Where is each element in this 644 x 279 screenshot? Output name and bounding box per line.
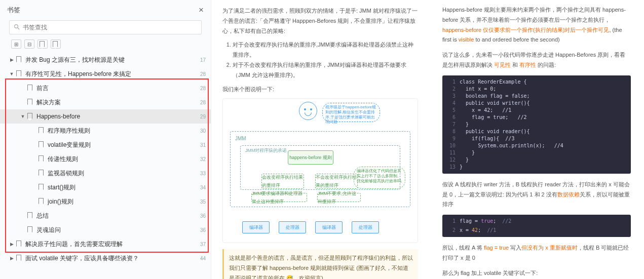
page-number: 37	[197, 242, 206, 247]
svg-point-0	[15, 24, 18, 28]
bookmark-row[interactable]: join()规则35	[0, 194, 211, 209]
bookmark-outline-icon[interactable]	[51, 39, 61, 49]
caption: 我们来个图说明一下:	[222, 85, 418, 95]
page-number: 28	[197, 71, 206, 77]
bookmark-icon	[39, 141, 45, 149]
bookmark-search[interactable]	[9, 20, 202, 34]
bookmark-row[interactable]: start()规则34	[0, 180, 211, 194]
article-column-right: Happens-before 规则主要用来约束两个操作，两个操作之间具有 hap…	[429, 0, 644, 279]
paragraph: 说了这么多，先来看一小段代码带你逐步走进 Happen-Befores 原则，看…	[442, 50, 631, 70]
bookmark-tree: ▶并发 Bug 之源有三，找对根源是关键17▼有序性可见性，Happens-be…	[0, 53, 211, 265]
caret-icon: ▶	[9, 242, 14, 247]
bookmark-label: 面试 volatile 关键字，应该具备哪些谈资？	[25, 254, 197, 263]
expand-all-icon[interactable]: ⊞	[11, 39, 21, 49]
page-number: 44	[197, 256, 206, 261]
bookmark-icon	[27, 113, 33, 121]
bookmark-title: 书签	[7, 6, 20, 15]
bookmark-filled-icon[interactable]	[37, 39, 48, 49]
bookmark-icon	[16, 70, 22, 78]
bookmark-row[interactable]: volatile变量规则31	[0, 138, 211, 152]
bookmark-icon	[39, 170, 45, 177]
close-icon[interactable]: ×	[199, 5, 204, 15]
bookmark-row[interactable]: ▶并发 Bug 之源有三，找对根源是关键17	[0, 53, 211, 67]
bookmark-toolbar: ⊞ ⊟	[0, 39, 211, 53]
bookmark-row[interactable]: ▼有序性可见性，Happens-before 来搞定28	[0, 67, 211, 81]
highlighted-text: 数据依赖	[557, 191, 580, 197]
paragraph: 所以，线程 A 将 flag = true 写入但没有为 x 重新赋值时，线程 …	[442, 243, 631, 263]
text: to and ordered before the second)	[474, 36, 559, 43]
highlighted-text: flag = true	[484, 245, 509, 251]
highlighted-text: 但没有为 x 重新赋值时	[521, 245, 578, 251]
list-item: 对于不会改变程序执行结果的重排序，JMM对编译器和处理器不做要求（JMM 允许这…	[233, 60, 418, 81]
bookmark-row[interactable]: 传递性规则32	[0, 152, 211, 166]
svg-line-1	[18, 28, 19, 29]
processor-box-1: 处理器	[279, 221, 306, 233]
search-icon	[14, 24, 20, 31]
bookmark-label: 总结	[36, 212, 197, 220]
bookmark-icon	[27, 212, 33, 220]
speech-cloud-programmer: 程序猿基于happen-before规则的理解,相信发生不会重排序,于是强烈要求…	[322, 103, 380, 122]
reorder-affect-box: 会改变程序执行结果的重排序	[261, 174, 304, 189]
processor-box-2: 处理器	[352, 221, 379, 233]
search-input[interactable]	[20, 24, 197, 31]
bookmark-label: 传递性规则	[48, 155, 197, 164]
bookmark-icon	[39, 184, 45, 191]
compiler-box-1: 编译器	[242, 221, 270, 233]
bookmark-label: 解决原子性问题，首先需要宏观理解	[25, 240, 197, 249]
jmm-inner-label: JMM对程序猿的承诺	[245, 146, 287, 154]
page-number: 30	[197, 128, 206, 134]
bookmark-row[interactable]: 总结36	[0, 209, 211, 223]
bookmark-label: 灵魂追问	[36, 226, 197, 234]
page-number: 36	[197, 227, 206, 233]
bookmark-row[interactable]: ▶解决原子性问题，首先需要宏观理解37	[0, 237, 211, 251]
bookmark-row[interactable]: ▶面试 volatile 关键字，应该具备哪些谈资？44	[0, 251, 211, 265]
bookmark-row[interactable]: 程序顺序性规则30	[0, 124, 211, 138]
bookmark-icon	[27, 85, 33, 92]
bookmark-label: 前言	[36, 84, 197, 93]
forbid-box: JMM要求编译器和处理器禁止这种重排序	[251, 193, 307, 202]
page-number: 35	[197, 199, 206, 205]
code-block-2: 1flag = true; //2 2x = 42; //1	[442, 215, 631, 237]
paragraph: 那么为 flag 加上 volatile 关键字试一下:	[442, 268, 631, 278]
collapse-all-icon[interactable]: ⊟	[24, 39, 34, 49]
allow-box: JMM不要求,允许这种重排序	[317, 193, 361, 202]
bookmark-icon	[39, 127, 45, 135]
bookmark-icon	[16, 241, 22, 248]
text: 所以，线程 A 将	[442, 245, 484, 251]
bookmark-label: 有序性可见性，Happens-before 来搞定	[25, 70, 197, 78]
bookmark-label: 并发 Bug 之源有三，找对根源是关键	[25, 56, 197, 64]
compiler-box-2: 编译器	[315, 221, 343, 233]
paragraph: 假设 A 线程执行 writer 方法，B 线程执行 reader 方法，打印出…	[442, 180, 631, 210]
bookmark-row[interactable]: ▼Happens-before29	[0, 109, 211, 124]
page-number: 17	[197, 57, 206, 63]
bookmark-row[interactable]: 前言28	[0, 81, 211, 95]
page-number: 36	[197, 213, 206, 219]
bookmark-row[interactable]: 监视器锁规则33	[0, 166, 211, 180]
hb-rule-box: happens-before 规则	[288, 150, 333, 165]
bookmark-label: Happens-before	[36, 113, 197, 120]
page-number: 29	[197, 114, 206, 119]
page-number: 34	[197, 185, 206, 190]
jmm-label: JMM	[235, 134, 246, 143]
bookmark-label: join()规则	[48, 197, 197, 206]
bookmark-row[interactable]: 灵魂追问36	[0, 223, 211, 237]
bookmark-icon	[39, 198, 45, 206]
caret-icon: ▼	[9, 71, 14, 76]
bookmark-label: 程序顺序性规则	[48, 127, 197, 135]
bookmark-row[interactable]: 解决方案28	[0, 95, 211, 109]
bookmark-icon	[16, 56, 22, 64]
caret-icon: ▶	[9, 256, 14, 261]
page-number: 33	[197, 171, 206, 176]
article-column-left: 为了满足二者的强烈需求，照顾到双方的情绪，于是乎: JMM 就对程序猿说了一个善…	[211, 0, 429, 279]
code-block-1: 1class ReorderExample {2 int x = 0;3 boo…	[442, 75, 631, 174]
list-item: 对于会改变程序执行结果的重排序,JMM要求编译器和处理器必须禁止这种重排序。	[233, 40, 418, 60]
quote-block: 这就是那个善意的谎言，虽是谎言，但还是照顾到了程序猿们的利益，所以我们只需要了解…	[222, 249, 418, 279]
bookmark-icon	[39, 155, 45, 163]
bookmark-label: volatile变量规则	[48, 141, 197, 149]
page-number: 28	[197, 86, 206, 91]
bookmark-icon	[27, 226, 33, 234]
bookmark-icon	[27, 99, 33, 106]
text: 写入	[509, 245, 521, 251]
text: Happens-before 规则主要用来约束两个操作，两个操作之间具有 hap…	[442, 7, 626, 23]
highlighted-text: happens-before 仅仅要求前一个操作(执行的结果)对后一个操作可见	[442, 27, 609, 33]
